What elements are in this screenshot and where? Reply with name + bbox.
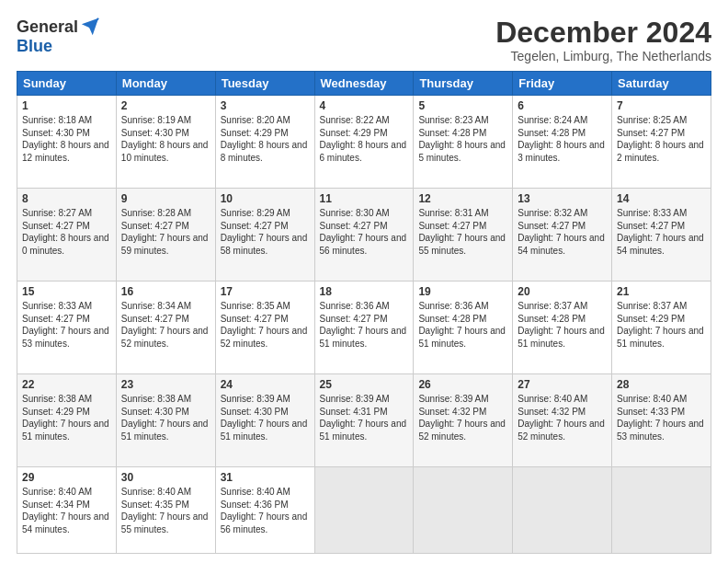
cell-content: Sunrise: 8:40 AM Sunset: 4:35 PM Dayligh… [121,486,210,535]
table-row [314,467,414,554]
table-row [612,467,711,554]
table-row: 20Sunrise: 8:37 AM Sunset: 4:28 PM Dayli… [513,282,612,374]
day-number: 26 [418,378,507,391]
table-row: 2Sunrise: 8:19 AM Sunset: 4:30 PM Daylig… [116,96,215,189]
cell-content: Sunrise: 8:19 AM Sunset: 4:30 PM Dayligh… [121,114,210,164]
day-number: 21 [617,285,706,298]
cell-content: Sunrise: 8:20 AM Sunset: 4:29 PM Dayligh… [221,114,310,164]
table-row: 8Sunrise: 8:27 AM Sunset: 4:27 PM Daylig… [17,189,117,282]
day-number: 1 [22,99,111,112]
day-number: 16 [121,285,210,298]
header: General Blue December 2024 Tegelen, Limb… [17,17,711,63]
table-row: 9Sunrise: 8:28 AM Sunset: 4:27 PM Daylig… [116,189,215,282]
col-friday: Friday [513,72,612,96]
day-number: 20 [518,285,607,298]
day-number: 14 [617,192,706,205]
table-row: 24Sunrise: 8:39 AM Sunset: 4:30 PM Dayli… [215,374,314,467]
day-number: 4 [320,99,409,112]
day-number: 15 [22,285,111,298]
calendar-header-row: Sunday Monday Tuesday Wednesday Thursday… [17,72,711,96]
day-number: 13 [518,192,607,205]
subtitle: Tegelen, Limburg, The Netherlands [495,49,711,63]
title-section: December 2024 Tegelen, Limburg, The Neth… [495,17,711,63]
table-row: 22Sunrise: 8:38 AM Sunset: 4:29 PM Dayli… [17,374,117,467]
table-row: 6Sunrise: 8:24 AM Sunset: 4:28 PM Daylig… [513,96,612,189]
col-sunday: Sunday [17,72,117,96]
col-monday: Monday [116,72,215,96]
table-row: 5Sunrise: 8:23 AM Sunset: 4:28 PM Daylig… [414,96,513,189]
day-number: 5 [418,99,507,112]
day-number: 25 [320,378,409,391]
table-row: 26Sunrise: 8:39 AM Sunset: 4:32 PM Dayli… [414,374,513,467]
day-number: 30 [121,471,210,484]
day-number: 22 [22,378,111,391]
table-row: 18Sunrise: 8:36 AM Sunset: 4:27 PM Dayli… [314,282,414,374]
table-row: 7Sunrise: 8:25 AM Sunset: 4:27 PM Daylig… [612,96,711,189]
col-wednesday: Wednesday [314,72,414,96]
cell-content: Sunrise: 8:18 AM Sunset: 4:30 PM Dayligh… [22,114,111,164]
cell-content: Sunrise: 8:27 AM Sunset: 4:27 PM Dayligh… [22,207,111,257]
table-row: 10Sunrise: 8:29 AM Sunset: 4:27 PM Dayli… [215,189,314,282]
logo-bird-icon [80,17,100,37]
cell-content: Sunrise: 8:30 AM Sunset: 4:27 PM Dayligh… [320,207,409,257]
day-number: 7 [617,99,706,112]
cell-content: Sunrise: 8:33 AM Sunset: 4:27 PM Dayligh… [22,300,111,350]
table-row: 21Sunrise: 8:37 AM Sunset: 4:29 PM Dayli… [612,282,711,374]
cell-content: Sunrise: 8:36 AM Sunset: 4:28 PM Dayligh… [418,300,507,350]
cell-content: Sunrise: 8:23 AM Sunset: 4:28 PM Dayligh… [418,114,507,164]
day-number: 28 [617,378,706,391]
cell-content: Sunrise: 8:39 AM Sunset: 4:30 PM Dayligh… [221,393,310,442]
table-row: 16Sunrise: 8:34 AM Sunset: 4:27 PM Dayli… [116,282,215,374]
cell-content: Sunrise: 8:29 AM Sunset: 4:27 PM Dayligh… [221,207,310,257]
table-row: 13Sunrise: 8:32 AM Sunset: 4:27 PM Dayli… [513,189,612,282]
cell-content: Sunrise: 8:37 AM Sunset: 4:28 PM Dayligh… [518,300,607,350]
table-row: 4Sunrise: 8:22 AM Sunset: 4:29 PM Daylig… [314,96,414,189]
day-number: 8 [22,192,111,205]
table-row: 25Sunrise: 8:39 AM Sunset: 4:31 PM Dayli… [314,374,414,467]
table-row: 27Sunrise: 8:40 AM Sunset: 4:32 PM Dayli… [513,374,612,467]
table-row: 23Sunrise: 8:38 AM Sunset: 4:30 PM Dayli… [116,374,215,467]
day-number: 31 [221,471,310,484]
day-number: 29 [22,471,111,484]
day-number: 17 [221,285,310,298]
cell-content: Sunrise: 8:40 AM Sunset: 4:36 PM Dayligh… [221,486,310,535]
cell-content: Sunrise: 8:34 AM Sunset: 4:27 PM Dayligh… [121,300,210,350]
day-number: 23 [121,378,210,391]
day-number: 6 [518,99,607,112]
table-row: 30Sunrise: 8:40 AM Sunset: 4:35 PM Dayli… [116,467,215,554]
table-row: 12Sunrise: 8:31 AM Sunset: 4:27 PM Dayli… [414,189,513,282]
page: General Blue December 2024 Tegelen, Limb… [0,0,728,563]
logo-general-text: General [17,17,78,37]
cell-content: Sunrise: 8:40 AM Sunset: 4:32 PM Dayligh… [518,393,607,442]
table-row: 19Sunrise: 8:36 AM Sunset: 4:28 PM Dayli… [414,282,513,374]
day-number: 18 [320,285,409,298]
cell-content: Sunrise: 8:33 AM Sunset: 4:27 PM Dayligh… [617,207,706,257]
table-row: 11Sunrise: 8:30 AM Sunset: 4:27 PM Dayli… [314,189,414,282]
table-row [513,467,612,554]
day-number: 10 [221,192,310,205]
calendar-table: Sunday Monday Tuesday Wednesday Thursday… [17,71,711,554]
cell-content: Sunrise: 8:37 AM Sunset: 4:29 PM Dayligh… [617,300,706,350]
cell-content: Sunrise: 8:31 AM Sunset: 4:27 PM Dayligh… [418,207,507,257]
cell-content: Sunrise: 8:35 AM Sunset: 4:27 PM Dayligh… [221,300,310,350]
cell-content: Sunrise: 8:32 AM Sunset: 4:27 PM Dayligh… [518,207,607,257]
logo: General Blue [17,17,100,56]
cell-content: Sunrise: 8:40 AM Sunset: 4:33 PM Dayligh… [617,393,706,442]
cell-content: Sunrise: 8:25 AM Sunset: 4:27 PM Dayligh… [617,114,706,164]
table-row: 31Sunrise: 8:40 AM Sunset: 4:36 PM Dayli… [215,467,314,554]
table-row: 14Sunrise: 8:33 AM Sunset: 4:27 PM Dayli… [612,189,711,282]
table-row [414,467,513,554]
day-number: 27 [518,378,607,391]
logo-blue-text: Blue [17,37,52,56]
cell-content: Sunrise: 8:24 AM Sunset: 4:28 PM Dayligh… [518,114,607,164]
cell-content: Sunrise: 8:22 AM Sunset: 4:29 PM Dayligh… [320,114,409,164]
table-row: 17Sunrise: 8:35 AM Sunset: 4:27 PM Dayli… [215,282,314,374]
table-row: 3Sunrise: 8:20 AM Sunset: 4:29 PM Daylig… [215,96,314,189]
col-thursday: Thursday [414,72,513,96]
day-number: 2 [121,99,210,112]
day-number: 9 [121,192,210,205]
table-row: 29Sunrise: 8:40 AM Sunset: 4:34 PM Dayli… [17,467,117,554]
cell-content: Sunrise: 8:39 AM Sunset: 4:32 PM Dayligh… [418,393,507,442]
cell-content: Sunrise: 8:28 AM Sunset: 4:27 PM Dayligh… [121,207,210,257]
col-tuesday: Tuesday [215,72,314,96]
